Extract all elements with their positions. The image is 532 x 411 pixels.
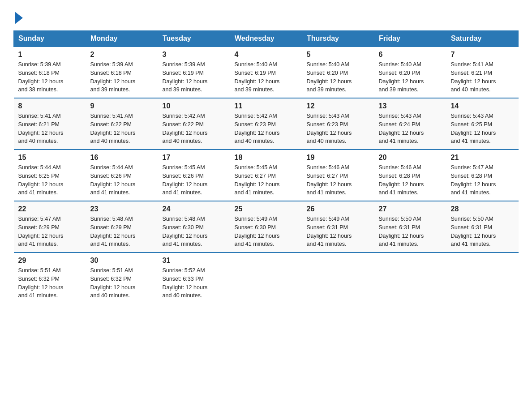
day-info: Sunrise: 5:49 AMSunset: 6:30 PMDaylight:… xyxy=(235,216,280,247)
day-number: 4 xyxy=(235,51,298,59)
calendar-cell: 31 Sunrise: 5:52 AMSunset: 6:33 PMDaylig… xyxy=(158,253,230,304)
day-number: 22 xyxy=(18,205,82,213)
calendar-week-row: 29 Sunrise: 5:51 AMSunset: 6:32 PMDaylig… xyxy=(14,253,519,304)
calendar-cell xyxy=(302,253,374,304)
day-number: 29 xyxy=(18,257,82,265)
day-number: 12 xyxy=(307,102,370,110)
day-info: Sunrise: 5:44 AMSunset: 6:26 PMDaylight:… xyxy=(90,164,136,196)
day-number: 3 xyxy=(163,51,226,59)
day-number: 21 xyxy=(451,154,514,162)
day-info: Sunrise: 5:51 AMSunset: 6:32 PMDaylight:… xyxy=(18,267,64,299)
day-info: Sunrise: 5:42 AMSunset: 6:23 PMDaylight:… xyxy=(235,113,280,144)
calendar-cell: 8 Sunrise: 5:41 AMSunset: 6:21 PMDayligh… xyxy=(14,98,86,150)
day-number: 9 xyxy=(90,102,154,110)
day-info: Sunrise: 5:44 AMSunset: 6:25 PMDaylight:… xyxy=(18,164,64,196)
day-info: Sunrise: 5:41 AMSunset: 6:22 PMDaylight:… xyxy=(90,113,136,144)
calendar-cell: 5 Sunrise: 5:40 AMSunset: 6:20 PMDayligh… xyxy=(302,47,374,98)
day-number: 1 xyxy=(18,51,82,59)
calendar-cell: 14 Sunrise: 5:43 AMSunset: 6:25 PMDaylig… xyxy=(446,98,519,150)
calendar-cell: 7 Sunrise: 5:41 AMSunset: 6:21 PMDayligh… xyxy=(446,47,519,98)
day-info: Sunrise: 5:41 AMSunset: 6:21 PMDaylight:… xyxy=(18,113,64,144)
calendar-cell: 15 Sunrise: 5:44 AMSunset: 6:25 PMDaylig… xyxy=(14,150,86,201)
day-info: Sunrise: 5:40 AMSunset: 6:19 PMDaylight:… xyxy=(235,61,280,93)
calendar-cell xyxy=(230,253,302,304)
calendar-cell: 12 Sunrise: 5:43 AMSunset: 6:23 PMDaylig… xyxy=(302,98,374,150)
logo xyxy=(13,9,23,22)
calendar-header-row: SundayMondayTuesdayWednesdayThursdayFrid… xyxy=(14,31,519,47)
calendar-cell: 26 Sunrise: 5:49 AMSunset: 6:31 PMDaylig… xyxy=(302,201,374,253)
calendar-cell: 25 Sunrise: 5:49 AMSunset: 6:30 PMDaylig… xyxy=(230,201,302,253)
column-header-monday: Monday xyxy=(86,31,158,47)
calendar-cell: 20 Sunrise: 5:46 AMSunset: 6:28 PMDaylig… xyxy=(374,150,446,201)
day-info: Sunrise: 5:40 AMSunset: 6:20 PMDaylight:… xyxy=(379,61,424,93)
day-info: Sunrise: 5:50 AMSunset: 6:31 PMDaylight:… xyxy=(451,216,496,247)
calendar-cell: 2 Sunrise: 5:39 AMSunset: 6:18 PMDayligh… xyxy=(86,47,158,98)
day-info: Sunrise: 5:42 AMSunset: 6:22 PMDaylight:… xyxy=(163,113,208,144)
day-info: Sunrise: 5:47 AMSunset: 6:29 PMDaylight:… xyxy=(18,216,64,247)
day-number: 25 xyxy=(235,205,298,213)
day-number: 7 xyxy=(451,51,514,59)
calendar-cell: 23 Sunrise: 5:48 AMSunset: 6:29 PMDaylig… xyxy=(86,201,158,253)
calendar-cell: 28 Sunrise: 5:50 AMSunset: 6:31 PMDaylig… xyxy=(446,201,519,253)
day-number: 10 xyxy=(163,102,226,110)
calendar-cell: 22 Sunrise: 5:47 AMSunset: 6:29 PMDaylig… xyxy=(14,201,86,253)
calendar-week-row: 15 Sunrise: 5:44 AMSunset: 6:25 PMDaylig… xyxy=(14,150,519,201)
calendar-cell: 3 Sunrise: 5:39 AMSunset: 6:19 PMDayligh… xyxy=(158,47,230,98)
column-header-wednesday: Wednesday xyxy=(230,31,302,47)
day-info: Sunrise: 5:43 AMSunset: 6:25 PMDaylight:… xyxy=(451,113,496,144)
day-info: Sunrise: 5:39 AMSunset: 6:19 PMDaylight:… xyxy=(163,61,208,93)
day-number: 26 xyxy=(307,205,370,213)
calendar-cell: 27 Sunrise: 5:50 AMSunset: 6:31 PMDaylig… xyxy=(374,201,446,253)
day-number: 15 xyxy=(18,154,82,162)
day-info: Sunrise: 5:40 AMSunset: 6:20 PMDaylight:… xyxy=(307,61,352,93)
calendar-cell: 19 Sunrise: 5:46 AMSunset: 6:27 PMDaylig… xyxy=(302,150,374,201)
day-number: 23 xyxy=(90,205,154,213)
column-header-thursday: Thursday xyxy=(302,31,374,47)
day-info: Sunrise: 5:45 AMSunset: 6:26 PMDaylight:… xyxy=(163,164,208,196)
day-info: Sunrise: 5:49 AMSunset: 6:31 PMDaylight:… xyxy=(307,216,352,247)
calendar-cell: 1 Sunrise: 5:39 AMSunset: 6:18 PMDayligh… xyxy=(14,47,86,98)
calendar-cell: 16 Sunrise: 5:44 AMSunset: 6:26 PMDaylig… xyxy=(86,150,158,201)
calendar-week-row: 1 Sunrise: 5:39 AMSunset: 6:18 PMDayligh… xyxy=(14,47,519,98)
day-number: 30 xyxy=(90,257,154,265)
calendar-cell: 29 Sunrise: 5:51 AMSunset: 6:32 PMDaylig… xyxy=(14,253,86,304)
calendar-cell: 4 Sunrise: 5:40 AMSunset: 6:19 PMDayligh… xyxy=(230,47,302,98)
day-info: Sunrise: 5:39 AMSunset: 6:18 PMDaylight:… xyxy=(90,61,136,93)
logo-text xyxy=(13,13,23,24)
day-number: 5 xyxy=(307,51,370,59)
day-info: Sunrise: 5:46 AMSunset: 6:28 PMDaylight:… xyxy=(379,164,424,196)
day-info: Sunrise: 5:50 AMSunset: 6:31 PMDaylight:… xyxy=(379,216,424,247)
day-info: Sunrise: 5:39 AMSunset: 6:18 PMDaylight:… xyxy=(18,61,64,93)
calendar-cell xyxy=(374,253,446,304)
day-number: 17 xyxy=(163,154,226,162)
day-number: 20 xyxy=(379,154,442,162)
day-number: 27 xyxy=(379,205,442,213)
calendar-cell: 9 Sunrise: 5:41 AMSunset: 6:22 PMDayligh… xyxy=(86,98,158,150)
page-header xyxy=(13,9,519,22)
day-number: 16 xyxy=(90,154,154,162)
day-number: 13 xyxy=(379,102,442,110)
day-number: 14 xyxy=(451,102,514,110)
day-info: Sunrise: 5:48 AMSunset: 6:29 PMDaylight:… xyxy=(90,216,136,247)
calendar-cell: 10 Sunrise: 5:42 AMSunset: 6:22 PMDaylig… xyxy=(158,98,230,150)
day-number: 6 xyxy=(379,51,442,59)
day-info: Sunrise: 5:41 AMSunset: 6:21 PMDaylight:… xyxy=(451,61,496,93)
day-number: 24 xyxy=(163,205,226,213)
day-number: 8 xyxy=(18,102,82,110)
calendar-week-row: 22 Sunrise: 5:47 AMSunset: 6:29 PMDaylig… xyxy=(14,201,519,253)
day-info: Sunrise: 5:46 AMSunset: 6:27 PMDaylight:… xyxy=(307,164,352,196)
day-info: Sunrise: 5:52 AMSunset: 6:33 PMDaylight:… xyxy=(163,267,208,299)
day-number: 31 xyxy=(163,257,226,265)
calendar-cell: 30 Sunrise: 5:51 AMSunset: 6:32 PMDaylig… xyxy=(86,253,158,304)
calendar-cell: 6 Sunrise: 5:40 AMSunset: 6:20 PMDayligh… xyxy=(374,47,446,98)
day-number: 2 xyxy=(90,51,154,59)
calendar-table: SundayMondayTuesdayWednesdayThursdayFrid… xyxy=(13,30,519,304)
day-number: 11 xyxy=(235,102,298,110)
day-info: Sunrise: 5:51 AMSunset: 6:32 PMDaylight:… xyxy=(90,267,136,299)
column-header-sunday: Sunday xyxy=(14,31,86,47)
calendar-cell: 17 Sunrise: 5:45 AMSunset: 6:26 PMDaylig… xyxy=(158,150,230,201)
column-header-friday: Friday xyxy=(374,31,446,47)
calendar-week-row: 8 Sunrise: 5:41 AMSunset: 6:21 PMDayligh… xyxy=(14,98,519,150)
day-number: 18 xyxy=(235,154,298,162)
logo-arrow-icon xyxy=(15,12,23,24)
